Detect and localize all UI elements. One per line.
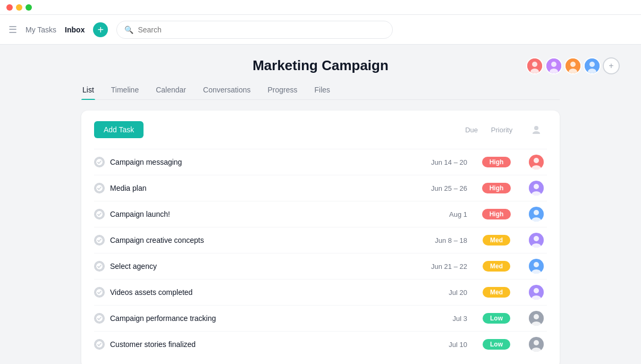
avatar-2[interactable]: [545, 57, 562, 74]
svg-point-28: [534, 236, 539, 241]
svg-point-4: [551, 62, 556, 67]
priority-badge-4: Med: [483, 261, 510, 272]
task-name-0: Campaign messaging: [110, 158, 398, 166]
search-input[interactable]: [138, 26, 385, 34]
avatar-1[interactable]: [526, 57, 543, 74]
avatar-4[interactable]: [584, 57, 601, 74]
svg-point-32: [534, 262, 539, 267]
svg-point-14: [96, 158, 103, 166]
priority-badge-7: Low: [483, 339, 510, 350]
task-row[interactable]: Campaign performance tracking Jul 3 Low: [94, 305, 547, 331]
svg-point-34: [96, 289, 103, 296]
hamburger-icon[interactable]: ☰: [9, 24, 17, 36]
check-icon-4: [95, 262, 104, 270]
svg-point-16: [534, 158, 539, 163]
tab-progress[interactable]: Progress: [267, 82, 299, 99]
task-due-3: Jun 8 – 18: [403, 236, 467, 244]
task-name-6: Campaign performance tracking: [110, 314, 398, 323]
task-checkbox-0[interactable]: [94, 157, 105, 167]
task-checkbox-5[interactable]: [94, 287, 105, 298]
task-name-1: Media plan: [110, 184, 398, 192]
nav-inbox[interactable]: Inbox: [65, 26, 85, 34]
tab-files[interactable]: Files: [314, 82, 332, 99]
avatar-2-img: [546, 58, 561, 73]
task-row[interactable]: Select agency Jun 21 – 22 Med: [94, 253, 547, 279]
tabs: List Timeline Calendar Conversations Pro…: [81, 82, 560, 100]
task-avatar-7[interactable]: [526, 337, 547, 352]
task-name-5: Videos assets completed: [110, 288, 398, 297]
svg-point-36: [534, 288, 539, 293]
task-row[interactable]: Campaign launch! Aug 1 High: [94, 201, 547, 227]
task-priority-4: Med: [473, 261, 520, 272]
col-due-header: Due: [414, 126, 478, 134]
traffic-light-yellow[interactable]: [16, 4, 22, 11]
task-checkbox-6[interactable]: [94, 313, 105, 324]
task-priority-6: Low: [473, 313, 520, 324]
navbar: ☰ My Tasks Inbox + 🔍: [0, 15, 641, 45]
avatar-img-7: [529, 337, 544, 352]
svg-point-1: [532, 62, 537, 67]
task-priority-7: Low: [473, 339, 520, 350]
task-checkbox-1[interactable]: [94, 183, 105, 193]
svg-point-12: [534, 126, 538, 130]
task-name-7: Customer stories finalized: [110, 340, 398, 349]
person-icon: [532, 124, 541, 134]
task-due-0: Jun 14 – 20: [403, 158, 467, 166]
tab-calendar[interactable]: Calendar: [155, 82, 187, 99]
task-name-2: Campaign launch!: [110, 210, 398, 218]
search-bar: 🔍: [116, 21, 393, 39]
avatar-img-0: [529, 155, 544, 170]
task-row[interactable]: Customer stories finalized Jul 10 Low: [94, 331, 547, 357]
avatar-img-3: [529, 233, 544, 248]
task-checkbox-2[interactable]: [94, 209, 105, 219]
task-due-7: Jul 10: [403, 341, 467, 349]
task-due-2: Aug 1: [403, 210, 467, 218]
tab-list[interactable]: List: [81, 82, 95, 99]
task-avatar-3[interactable]: [526, 233, 547, 248]
priority-badge-3: Med: [483, 235, 510, 246]
task-row[interactable]: Campaign messaging Jun 14 – 20 High: [94, 149, 547, 175]
task-checkbox-4[interactable]: [94, 261, 105, 272]
task-name-3: Campaign creative concepts: [110, 236, 398, 244]
col-priority-header: Priority: [478, 126, 526, 134]
col-person-header: [526, 124, 547, 136]
task-row[interactable]: Videos assets completed Jul 20 Med: [94, 279, 547, 305]
add-task-button[interactable]: Add Task: [94, 121, 144, 138]
task-avatar-4[interactable]: [526, 259, 547, 274]
task-avatar-2[interactable]: [526, 207, 547, 222]
task-checkbox-3[interactable]: [94, 235, 105, 246]
svg-point-20: [534, 184, 539, 189]
svg-point-40: [534, 314, 539, 319]
tab-conversations[interactable]: Conversations: [202, 82, 252, 99]
task-avatar-1[interactable]: [526, 181, 547, 196]
check-icon-1: [95, 184, 104, 192]
svg-point-42: [96, 341, 103, 348]
task-row[interactable]: Media plan Jun 25 – 26 High: [94, 175, 547, 201]
check-icon-6: [95, 314, 104, 323]
check-icon-5: [95, 288, 104, 297]
task-row[interactable]: Campaign creative concepts Jun 8 – 18 Me…: [94, 227, 547, 253]
task-priority-2: High: [473, 209, 520, 219]
add-button[interactable]: +: [93, 22, 108, 37]
traffic-light-red[interactable]: [6, 4, 13, 11]
avatar-img-5: [529, 285, 544, 300]
avatar-add-button[interactable]: +: [603, 57, 620, 74]
svg-point-44: [534, 340, 539, 345]
avatar-img-1: [529, 181, 544, 196]
task-due-4: Jun 21 – 22: [403, 263, 467, 270]
avatars-group: +: [526, 57, 620, 74]
svg-point-13: [533, 131, 540, 134]
traffic-light-green[interactable]: [26, 4, 32, 11]
priority-badge-5: Med: [483, 287, 510, 298]
task-checkbox-7[interactable]: [94, 339, 105, 350]
task-avatar-0[interactable]: [526, 155, 547, 170]
svg-point-18: [96, 184, 103, 192]
task-name-4: Select agency: [110, 262, 398, 270]
task-avatar-6[interactable]: [526, 311, 547, 326]
main-content: Marketing Campaign: [0, 45, 641, 364]
svg-point-30: [96, 263, 103, 270]
task-avatar-5[interactable]: [526, 285, 547, 300]
avatar-3[interactable]: [564, 57, 581, 74]
tab-timeline[interactable]: Timeline: [110, 82, 140, 99]
nav-my-tasks[interactable]: My Tasks: [26, 26, 56, 34]
